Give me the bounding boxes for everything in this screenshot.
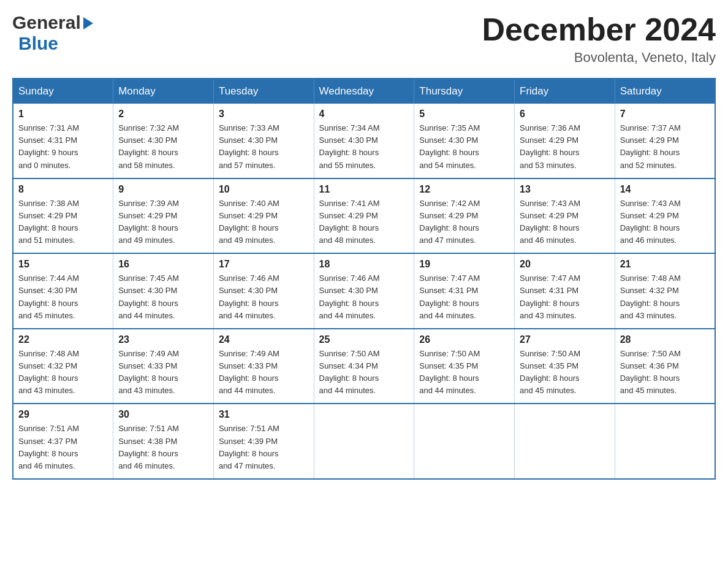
day-info: Sunrise: 7:49 AMSunset: 4:33 PMDaylight:…: [219, 349, 279, 395]
day-info: Sunrise: 7:50 AMSunset: 4:34 PMDaylight:…: [319, 349, 380, 395]
logo-general-text: General: [12, 12, 81, 33]
calendar-cell: 11 Sunrise: 7:41 AMSunset: 4:29 PMDaylig…: [314, 178, 414, 254]
header-saturday: Saturday: [615, 79, 715, 104]
header-monday: Monday: [113, 79, 214, 104]
day-number: 13: [520, 184, 610, 195]
day-number: 17: [219, 259, 309, 270]
calendar-cell: [314, 404, 414, 479]
day-number: 29: [18, 409, 108, 420]
day-number: 26: [419, 334, 509, 345]
day-number: 3: [219, 109, 309, 120]
calendar-cell: 22 Sunrise: 7:48 AMSunset: 4:32 PMDaylig…: [13, 329, 113, 404]
day-info: Sunrise: 7:47 AMSunset: 4:31 PMDaylight:…: [419, 274, 480, 320]
calendar-cell: 21 Sunrise: 7:48 AMSunset: 4:32 PMDaylig…: [615, 253, 715, 329]
day-number: 31: [219, 409, 309, 420]
calendar-cell: 10 Sunrise: 7:40 AMSunset: 4:29 PMDaylig…: [213, 178, 314, 254]
day-info: Sunrise: 7:38 AMSunset: 4:29 PMDaylight:…: [18, 199, 79, 245]
day-info: Sunrise: 7:42 AMSunset: 4:29 PMDaylight:…: [419, 199, 480, 245]
logo-arrow-icon: [83, 17, 93, 29]
calendar-cell: 7 Sunrise: 7:37 AMSunset: 4:29 PMDayligh…: [615, 104, 715, 178]
day-number: 19: [419, 259, 509, 270]
calendar-cell: [515, 404, 615, 479]
day-info: Sunrise: 7:51 AMSunset: 4:37 PMDaylight:…: [18, 424, 79, 470]
header-wednesday: Wednesday: [314, 79, 414, 104]
day-number: 6: [520, 109, 610, 120]
calendar-cell: 17 Sunrise: 7:46 AMSunset: 4:30 PMDaylig…: [213, 253, 314, 329]
calendar-cell: 2 Sunrise: 7:32 AMSunset: 4:30 PMDayligh…: [113, 104, 214, 178]
calendar-cell: 9 Sunrise: 7:39 AMSunset: 4:29 PMDayligh…: [113, 178, 214, 254]
day-number: 8: [18, 184, 108, 195]
calendar-cell: 25 Sunrise: 7:50 AMSunset: 4:34 PMDaylig…: [314, 329, 414, 404]
day-number: 10: [219, 184, 309, 195]
day-info: Sunrise: 7:40 AMSunset: 4:29 PMDaylight:…: [219, 199, 279, 245]
day-info: Sunrise: 7:45 AMSunset: 4:30 PMDaylight:…: [118, 274, 179, 320]
day-info: Sunrise: 7:50 AMSunset: 4:35 PMDaylight:…: [419, 349, 480, 395]
header-thursday: Thursday: [414, 79, 515, 104]
header-sunday: Sunday: [13, 79, 113, 104]
day-number: 7: [620, 109, 710, 120]
day-info: Sunrise: 7:35 AMSunset: 4:30 PMDaylight:…: [419, 123, 480, 169]
day-info: Sunrise: 7:41 AMSunset: 4:29 PMDaylight:…: [319, 199, 380, 245]
day-info: Sunrise: 7:47 AMSunset: 4:31 PMDaylight:…: [520, 274, 580, 320]
day-info: Sunrise: 7:46 AMSunset: 4:30 PMDaylight:…: [319, 274, 380, 320]
calendar-cell: 16 Sunrise: 7:45 AMSunset: 4:30 PMDaylig…: [113, 253, 214, 329]
day-number: 27: [520, 334, 610, 345]
calendar-cell: 15 Sunrise: 7:44 AMSunset: 4:30 PMDaylig…: [13, 253, 113, 329]
day-number: 21: [620, 259, 710, 270]
calendar-cell: 5 Sunrise: 7:35 AMSunset: 4:30 PMDayligh…: [414, 104, 515, 178]
day-number: 11: [319, 184, 409, 195]
day-number: 9: [118, 184, 208, 195]
location: Bovolenta, Veneto, Italy: [482, 50, 716, 66]
day-number: 1: [18, 109, 108, 120]
calendar-week-row: 22 Sunrise: 7:48 AMSunset: 4:32 PMDaylig…: [13, 329, 715, 404]
day-number: 20: [520, 259, 610, 270]
day-number: 16: [118, 259, 208, 270]
day-info: Sunrise: 7:37 AMSunset: 4:29 PMDaylight:…: [620, 123, 681, 169]
month-title: December 2024: [482, 12, 716, 47]
day-info: Sunrise: 7:51 AMSunset: 4:38 PMDaylight:…: [118, 424, 179, 470]
calendar-cell: 31 Sunrise: 7:51 AMSunset: 4:39 PMDaylig…: [213, 404, 314, 479]
day-number: 25: [319, 334, 409, 345]
day-number: 22: [18, 334, 108, 345]
day-info: Sunrise: 7:43 AMSunset: 4:29 PMDaylight:…: [620, 199, 681, 245]
day-info: Sunrise: 7:50 AMSunset: 4:36 PMDaylight:…: [620, 349, 681, 395]
calendar-week-row: 29 Sunrise: 7:51 AMSunset: 4:37 PMDaylig…: [13, 404, 715, 479]
calendar-cell: 28 Sunrise: 7:50 AMSunset: 4:36 PMDaylig…: [615, 329, 715, 404]
day-info: Sunrise: 7:48 AMSunset: 4:32 PMDaylight:…: [620, 274, 681, 320]
calendar-week-row: 1 Sunrise: 7:31 AMSunset: 4:31 PMDayligh…: [13, 104, 715, 178]
day-number: 30: [118, 409, 208, 420]
day-number: 12: [419, 184, 509, 195]
day-info: Sunrise: 7:48 AMSunset: 4:32 PMDaylight:…: [18, 349, 79, 395]
calendar-week-row: 15 Sunrise: 7:44 AMSunset: 4:30 PMDaylig…: [13, 253, 715, 329]
calendar-cell: 6 Sunrise: 7:36 AMSunset: 4:29 PMDayligh…: [515, 104, 615, 178]
page-header: General Blue December 2024 Bovolenta, Ve…: [12, 12, 716, 66]
day-number: 4: [319, 109, 409, 120]
day-info: Sunrise: 7:39 AMSunset: 4:29 PMDaylight:…: [118, 199, 179, 245]
day-info: Sunrise: 7:33 AMSunset: 4:30 PMDaylight:…: [219, 123, 279, 169]
day-info: Sunrise: 7:51 AMSunset: 4:39 PMDaylight:…: [219, 424, 279, 470]
header-tuesday: Tuesday: [213, 79, 314, 104]
calendar-cell: 1 Sunrise: 7:31 AMSunset: 4:31 PMDayligh…: [13, 104, 113, 178]
calendar-header-row: Sunday Monday Tuesday Wednesday Thursday…: [13, 79, 715, 104]
day-number: 18: [319, 259, 409, 270]
day-number: 5: [419, 109, 509, 120]
calendar-cell: [414, 404, 515, 479]
calendar-cell: 13 Sunrise: 7:43 AMSunset: 4:29 PMDaylig…: [515, 178, 615, 254]
calendar-cell: 19 Sunrise: 7:47 AMSunset: 4:31 PMDaylig…: [414, 253, 515, 329]
day-info: Sunrise: 7:34 AMSunset: 4:30 PMDaylight:…: [319, 123, 380, 169]
calendar-cell: 4 Sunrise: 7:34 AMSunset: 4:30 PMDayligh…: [314, 104, 414, 178]
calendar-cell: 8 Sunrise: 7:38 AMSunset: 4:29 PMDayligh…: [13, 178, 113, 254]
day-number: 2: [118, 109, 208, 120]
day-info: Sunrise: 7:46 AMSunset: 4:30 PMDaylight:…: [219, 274, 279, 320]
day-number: 14: [620, 184, 710, 195]
day-info: Sunrise: 7:50 AMSunset: 4:35 PMDaylight:…: [520, 349, 580, 395]
calendar-cell: 23 Sunrise: 7:49 AMSunset: 4:33 PMDaylig…: [113, 329, 214, 404]
day-info: Sunrise: 7:49 AMSunset: 4:33 PMDaylight:…: [118, 349, 179, 395]
calendar-cell: 24 Sunrise: 7:49 AMSunset: 4:33 PMDaylig…: [213, 329, 314, 404]
calendar-cell: 3 Sunrise: 7:33 AMSunset: 4:30 PMDayligh…: [213, 104, 314, 178]
logo-blue-text: Blue: [18, 33, 58, 53]
day-info: Sunrise: 7:31 AMSunset: 4:31 PMDaylight:…: [18, 123, 79, 169]
calendar-cell: [615, 404, 715, 479]
calendar-week-row: 8 Sunrise: 7:38 AMSunset: 4:29 PMDayligh…: [13, 178, 715, 254]
header-friday: Friday: [515, 79, 615, 104]
